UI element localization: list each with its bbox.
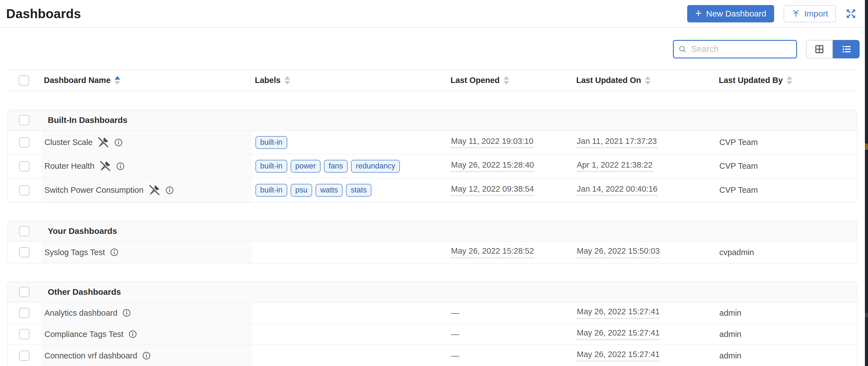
dashboard-group: Built-In DashboardsCluster Scale built-i… xyxy=(7,110,857,203)
last-opened-cell: May 26, 2022 15:28:40 xyxy=(448,154,574,178)
label-tag[interactable]: built-in xyxy=(255,136,287,149)
row-checkbox[interactable] xyxy=(19,308,30,318)
last-updated-on-value: Jan 14, 2022 00:40:16 xyxy=(577,184,657,196)
info-circle-icon[interactable] xyxy=(142,351,151,360)
table-row: Connection vrf dashboard —May 26, 2022 1… xyxy=(7,345,857,366)
last-updated-by-cell: CVP Team xyxy=(716,131,857,154)
label-tag[interactable]: built-in xyxy=(255,184,287,197)
info-circle-icon[interactable] xyxy=(116,161,125,171)
group-title-cell: Your Dashboards xyxy=(41,226,252,236)
group-title-cell: Built-In Dashboards xyxy=(41,115,252,125)
column-header-last-opened[interactable]: Last Opened xyxy=(447,76,573,85)
last-updated-on-value: May 26, 2022 15:27:41 xyxy=(577,307,660,318)
page-title: Dashboards xyxy=(6,6,81,21)
import-button[interactable]: Import xyxy=(784,5,836,22)
dashboard-name[interactable]: Analytics dashboard xyxy=(44,308,117,318)
last-opened-cell: May 11, 2022 19:03:10 xyxy=(448,131,574,154)
new-dashboard-button[interactable]: + New Dashboard xyxy=(687,5,774,22)
label-tag[interactable]: psu xyxy=(291,184,312,197)
sort-carets xyxy=(645,76,651,85)
group-select-checkbox[interactable] xyxy=(19,287,30,297)
dashboard-name[interactable]: Compliance Tags Test xyxy=(44,330,124,339)
search-input[interactable] xyxy=(690,44,792,55)
dashboard-name[interactable]: Syslog Tags Test xyxy=(44,248,105,257)
dashboard-name-cell: Syslog Tags Test xyxy=(41,242,252,263)
info-icon-wrap[interactable] xyxy=(114,138,123,147)
unpin-icon-wrap[interactable] xyxy=(97,136,109,149)
info-circle-icon[interactable] xyxy=(114,138,123,147)
row-checkbox[interactable] xyxy=(19,329,30,339)
right-scroll-strip xyxy=(865,0,868,366)
row-checkbox-cell xyxy=(7,178,41,202)
label-tag[interactable]: watts xyxy=(315,184,343,197)
label-tag[interactable]: redundancy xyxy=(351,160,400,173)
table-row: Compliance Tags Test —May 26, 2022 15:27… xyxy=(7,324,857,345)
table-row: Switch Power Consumption built-inpsuwatt… xyxy=(7,178,857,202)
last-updated-on-cell: Jan 11, 2021 17:37:23 xyxy=(574,131,716,154)
dashboard-name[interactable]: Router Health xyxy=(44,161,94,171)
info-icon-wrap[interactable] xyxy=(142,351,151,360)
grid-view-button[interactable] xyxy=(806,40,833,58)
search-icon xyxy=(678,44,687,54)
grid-view-icon xyxy=(814,44,825,55)
last-updated-on-value: Jan 11, 2021 17:37:23 xyxy=(577,136,657,148)
new-dashboard-label: New Dashboard xyxy=(706,9,766,19)
label-tag[interactable]: built-in xyxy=(255,160,287,173)
last-updated-on-value: May 26, 2022 15:27:41 xyxy=(577,350,660,361)
last-updated-on-cell: May 26, 2022 15:27:41 xyxy=(574,345,716,366)
unpin-icon[interactable] xyxy=(97,136,109,149)
table-row: Analytics dashboard —May 26, 2022 15:27:… xyxy=(7,303,857,324)
list-view-button[interactable] xyxy=(833,40,860,58)
dashboard-name[interactable]: Switch Power Consumption xyxy=(44,185,144,195)
dashboard-name-cell: Cluster Scale xyxy=(41,131,252,154)
dashboard-name-cell: Analytics dashboard xyxy=(41,303,252,323)
info-circle-icon[interactable] xyxy=(165,185,175,195)
info-circle-icon[interactable] xyxy=(128,329,137,339)
strip-marker-light xyxy=(865,313,868,317)
group-header-row: Your Dashboards xyxy=(7,221,857,242)
import-label: Import xyxy=(804,9,828,19)
unpin-icon-wrap[interactable] xyxy=(99,160,111,172)
group-select-checkbox[interactable] xyxy=(19,115,30,125)
group-header-row: Other Dashboards xyxy=(7,282,857,303)
search-box[interactable] xyxy=(673,40,797,58)
group-select-checkbox[interactable] xyxy=(19,226,30,236)
expand-button[interactable] xyxy=(845,8,857,19)
row-checkbox-cell xyxy=(7,131,41,154)
row-checkbox[interactable] xyxy=(19,161,30,172)
labels-cell xyxy=(252,345,448,366)
info-icon-wrap[interactable] xyxy=(110,248,119,257)
row-checkbox[interactable] xyxy=(19,137,30,148)
dashboard-name-cell: Router Health xyxy=(41,154,252,178)
table-toolbar xyxy=(0,28,868,58)
column-header-labels[interactable]: Labels xyxy=(251,76,447,85)
column-header-last-updated-by[interactable]: Last Updated By xyxy=(715,76,857,85)
table-row: Cluster Scale built-inMay 11, 2022 19:03… xyxy=(7,131,857,154)
unpin-icon[interactable] xyxy=(99,160,111,172)
info-circle-icon[interactable] xyxy=(122,308,131,318)
row-checkbox[interactable] xyxy=(19,350,30,361)
select-all-checkbox[interactable] xyxy=(19,75,29,86)
label-tag[interactable]: power xyxy=(291,160,321,173)
table-row: Syslog Tags Test May 26, 2022 15:28:52Ma… xyxy=(7,242,857,263)
unpin-icon[interactable] xyxy=(148,184,160,196)
row-checkbox[interactable] xyxy=(19,247,30,257)
last-opened-cell: May 12, 2022 09:38:54 xyxy=(448,178,574,202)
unpin-icon-wrap[interactable] xyxy=(148,184,160,196)
label-tag[interactable]: fans xyxy=(324,160,348,173)
strip-marker-orange xyxy=(865,144,868,150)
column-header-last-updated-on[interactable]: Last Updated On xyxy=(573,76,715,85)
column-header-dashboard-name[interactable]: Dashboard Name xyxy=(40,76,251,85)
label-tag[interactable]: stats xyxy=(346,184,371,197)
info-icon-wrap[interactable] xyxy=(122,308,131,318)
info-icon-wrap[interactable] xyxy=(165,185,175,195)
dashboard-name[interactable]: Connection vrf dashboard xyxy=(44,351,137,360)
dashboard-name-cell: Connection vrf dashboard xyxy=(41,345,252,366)
info-circle-icon[interactable] xyxy=(110,248,119,257)
group-header-row: Built-In Dashboards xyxy=(7,110,857,131)
info-icon-wrap[interactable] xyxy=(128,329,137,339)
info-icon-wrap[interactable] xyxy=(116,161,125,171)
row-checkbox[interactable] xyxy=(19,185,30,195)
dashboard-name[interactable]: Cluster Scale xyxy=(44,138,93,147)
column-label: Labels xyxy=(255,76,281,85)
